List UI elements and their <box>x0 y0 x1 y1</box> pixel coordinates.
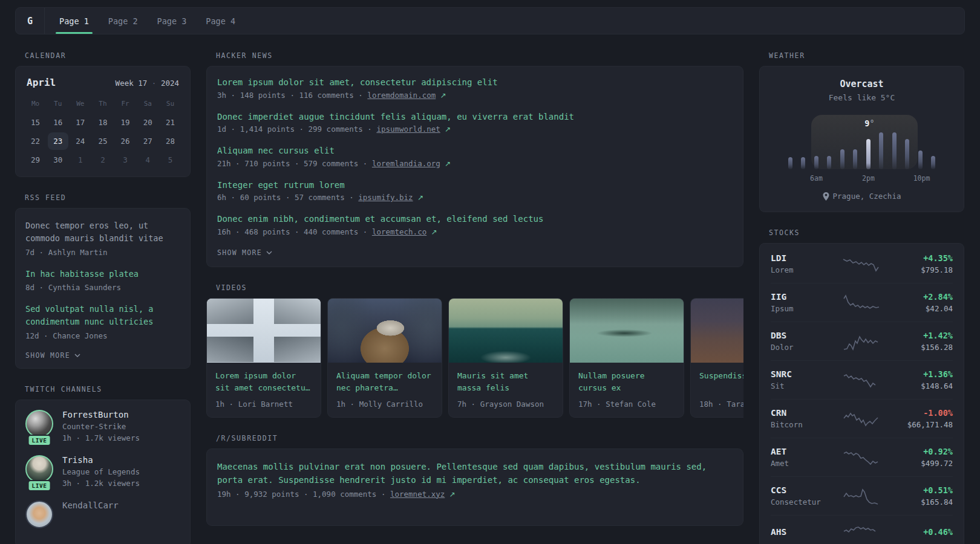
hackernews-item-meta: 21h · 710 points · 579 comments · loreml… <box>217 159 733 168</box>
tab-page-3[interactable]: Page 3 <box>148 8 197 34</box>
video-thumbnail[interactable] <box>449 299 563 363</box>
live-badge: LIVE <box>28 435 51 446</box>
hackernews-item-meta: 1d · 1,414 points · 299 comments · ipsum… <box>217 125 733 134</box>
weather-current-temp: 9° <box>861 118 879 128</box>
stock-price: $156.28 <box>895 343 953 352</box>
stock-symbol: DBS <box>771 331 829 340</box>
video-card[interactable]: Aliquam tempor dolor nec pharetra… 1h · … <box>327 298 442 418</box>
calendar-day-header: Mo <box>24 94 47 113</box>
calendar-day: 5 <box>159 151 181 169</box>
rss-item-meta: 8d · Cynthia Saunders <box>25 283 180 292</box>
videos-row: Lorem ipsum dolor sit amet consectetu… 1… <box>206 298 743 418</box>
twitch-channel-row[interactable]: LIVE Trisha League of Legends 3h · 1.2k … <box>25 455 180 488</box>
avatar <box>25 500 53 528</box>
calendar-day: 1 <box>69 151 91 169</box>
left-column: CALENDAR April Week 17 · 2024 MoTuWeThFr… <box>15 50 191 544</box>
stock-right: +0.46% <box>895 527 953 539</box>
page-tabs: Page 1 Page 2 Page 3 Page 4 <box>45 8 245 34</box>
calendar-day: 25 <box>91 132 114 151</box>
chevron-down-icon <box>74 354 80 357</box>
hackernews-item: Donec imperdiet augue tincidunt felis al… <box>217 112 733 134</box>
video-card[interactable]: Mauris sit amet massa felis 7h · Grayson… <box>448 298 563 418</box>
video-meta: 17h · Stefan Cole <box>578 400 675 409</box>
calendar-day-header: Th <box>91 94 114 113</box>
video-title[interactable]: Lorem ipsum dolor sit amet consectetu… <box>215 370 312 394</box>
external-link-icon: ↗ <box>449 490 456 499</box>
weather-bar <box>840 149 844 169</box>
stock-name: Ipsum <box>771 304 829 313</box>
hackernews-item-meta: 16h · 468 points · 440 comments · loremt… <box>217 227 733 236</box>
hackernews-item: Aliquam nec cursus elit 21h · 710 points… <box>217 146 733 168</box>
hackernews-item-title[interactable]: Donec imperdiet augue tincidunt felis al… <box>217 112 733 123</box>
external-link-icon: ↗ <box>440 91 446 100</box>
tab-page-2[interactable]: Page 2 <box>99 8 148 34</box>
page-layout: CALENDAR April Week 17 · 2024 MoTuWeThFr… <box>0 34 980 544</box>
twitch-channel-row[interactable]: LIVE ForrestBurton Counter-Strike 1h · 1… <box>25 410 180 442</box>
weather-bar <box>892 132 897 169</box>
twitch-channel-name[interactable]: Trisha <box>62 455 140 465</box>
stock-left: DBS Dolor <box>771 331 829 352</box>
rss-item-title[interactable]: In hac habitasse platea <box>25 268 180 280</box>
video-title[interactable]: Mauris sit amet massa felis <box>457 370 554 394</box>
twitch-channel-row[interactable]: KendallCarr <box>25 500 180 528</box>
video-thumbnail[interactable] <box>570 299 684 363</box>
stock-row: LDI Lorem +4.35% $795.18 <box>771 245 953 283</box>
stock-left: SNRC Sit <box>771 369 829 390</box>
videos-heading: VIDEOS <box>216 283 743 292</box>
video-title[interactable]: Suspendisse diam <box>699 370 743 394</box>
rss-show-more-button[interactable]: SHOW MORE <box>25 351 80 360</box>
calendar-day: 17 <box>69 113 91 132</box>
hackernews-show-more-button[interactable]: SHOW MORE <box>217 248 272 257</box>
stock-sparkline <box>829 332 895 351</box>
hackernews-domain-link[interactable]: ipsumify.biz <box>358 193 413 202</box>
twitch-channel-name[interactable]: KendallCarr <box>62 500 119 510</box>
hackernews-item-title[interactable]: Donec enim nibh, condimentum et accumsan… <box>217 214 733 225</box>
rss-item-title[interactable]: Donec tempor eros leo, ut commodo mauris… <box>25 219 180 245</box>
video-card[interactable]: Nullam posuere cursus ex 17h · Stefan Co… <box>569 298 684 418</box>
stock-price: $165.84 <box>895 497 953 507</box>
rss-card: Donec tempor eros leo, ut commodo mauris… <box>15 208 191 369</box>
stock-name: Amet <box>771 459 829 468</box>
stock-price: $66,171.48 <box>895 420 953 429</box>
subreddit-section: /R/SUBREDDIT Maecenas mollis pulvinar er… <box>206 434 743 526</box>
avatar <box>25 410 53 438</box>
hackernews-domain-link[interactable]: loremtech.co <box>372 227 426 236</box>
video-thumbnail[interactable] <box>328 299 442 363</box>
video-card[interactable]: Suspendisse diam 18h · Tara <box>690 298 743 418</box>
stock-sparkline <box>829 371 895 389</box>
twitch-channel-meta: 1h · 1.7k viewers <box>62 433 140 442</box>
hackernews-meta-text: 16h · 468 points · 440 comments · <box>217 227 372 236</box>
hackernews-item: Lorem ipsum dolor sit amet, consectetur … <box>217 77 733 100</box>
calendar-section: CALENDAR April Week 17 · 2024 MoTuWeThFr… <box>15 51 191 177</box>
hackernews-item-title[interactable]: Aliquam nec cursus elit <box>217 146 733 157</box>
calendar-day: 21 <box>159 113 181 132</box>
app-logo[interactable]: G <box>16 8 45 34</box>
hackernews-domain-link[interactable]: loremdomain.com <box>367 91 436 100</box>
subreddit-post-title[interactable]: Maecenas mollis pulvinar erat non posuer… <box>217 460 733 487</box>
video-title[interactable]: Nullam posuere cursus ex <box>578 370 675 394</box>
twitch-channel-name[interactable]: ForrestBurton <box>62 410 140 419</box>
stock-price: $42.04 <box>895 304 953 313</box>
video-title[interactable]: Aliquam tempor dolor nec pharetra… <box>336 370 433 394</box>
stock-price: $499.72 <box>895 459 953 468</box>
stock-symbol: IIG <box>771 292 829 302</box>
tab-page-1[interactable]: Page 1 <box>50 8 99 34</box>
weather-bar <box>827 156 831 169</box>
calendar-day: 27 <box>137 132 159 151</box>
hackernews-domain-link[interactable]: ipsumworld.net <box>376 125 440 134</box>
stock-row: CRN Bitcorn -1.00% $66,171.48 <box>771 399 953 438</box>
weather-bar <box>918 151 923 169</box>
stock-right: -1.00% $66,171.48 <box>895 408 953 429</box>
hackernews-item-title[interactable]: Integer eget rutrum lorem <box>217 180 733 191</box>
video-thumbnail[interactable] <box>207 299 321 363</box>
hackernews-item-title[interactable]: Lorem ipsum dolor sit amet, consectetur … <box>217 77 733 88</box>
video-card[interactable]: Lorem ipsum dolor sit amet consectetu… 1… <box>206 298 321 418</box>
hackernews-domain-link[interactable]: loremlandia.org <box>372 159 440 168</box>
rss-item-title[interactable]: Sed volutpat nulla nisl, a condimentum n… <box>25 303 180 329</box>
tab-page-4[interactable]: Page 4 <box>196 8 245 34</box>
subreddit-domain-link[interactable]: loremnet.xyz <box>390 490 445 499</box>
video-thumbnail[interactable] <box>691 299 743 363</box>
weather-location: Prague, Czechia <box>772 192 952 201</box>
stock-left: CRN Bitcorn <box>771 408 829 429</box>
subreddit-meta-text: 19h · 9,932 points · 1,090 comments · <box>217 490 390 499</box>
